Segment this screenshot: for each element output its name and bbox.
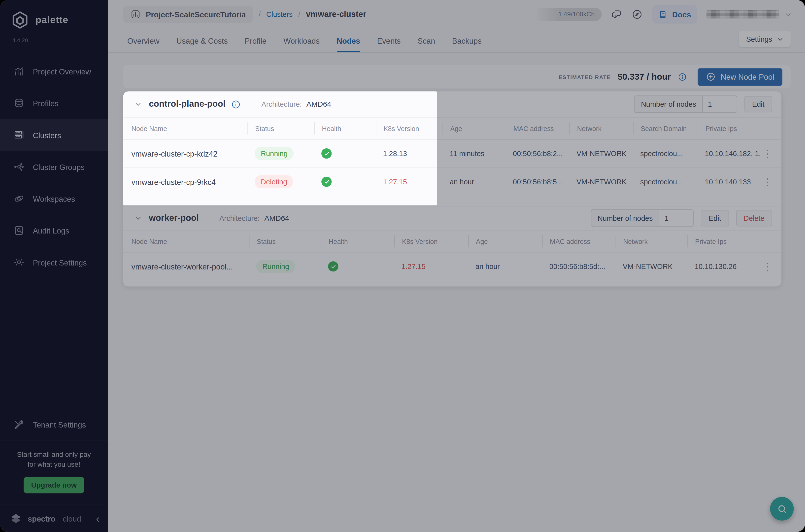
rate-toolbar: ESTIMATED RATE $0.337 / hour New Node Po… (123, 65, 791, 88)
tab-nodes[interactable]: Nodes (337, 29, 360, 52)
server-icon (14, 129, 25, 141)
column-header: K8s Version (394, 235, 468, 248)
settings-button[interactable]: Settings (739, 31, 791, 47)
breadcrumb-project[interactable]: Project-ScaleSecureTutoria (123, 6, 253, 23)
estimated-rate-label: ESTIMATED RATE (559, 74, 611, 80)
upgrade-promo: Start small and only pay for what you us… (0, 440, 108, 493)
sidebar-item-cluster-groups[interactable]: Cluster Groups (0, 151, 108, 183)
usage-quota-pill[interactable]: 1.49/100kCh (535, 8, 602, 21)
sidebar-item-label: Cluster Groups (33, 163, 84, 171)
new-node-pool-button[interactable]: New Node Pool (697, 68, 782, 86)
sidebar-item-tenant-settings[interactable]: Tenant Settings (0, 410, 108, 440)
network: VM-NETWORK (569, 149, 633, 157)
column-header: Age (442, 122, 505, 134)
tab-overview[interactable]: Overview (127, 29, 159, 52)
row-menu-kebab-icon[interactable]: ⋮ (762, 262, 772, 271)
sidebar-item-clusters[interactable]: Clusters (0, 119, 108, 151)
status-badge: Running (256, 260, 295, 273)
sidebar-item-label: Workspaces (33, 194, 75, 203)
tab-scan[interactable]: Scan (418, 29, 435, 52)
breadcrumb-separator: / (258, 10, 261, 18)
breadcrumb-clusters-link[interactable]: Clusters (266, 10, 292, 18)
header-actions: 1.49/100kCh Docs (535, 5, 792, 23)
architecture-value: AMD64 (306, 100, 331, 108)
pool-name: worker-pool (149, 213, 199, 223)
compass-icon[interactable] (632, 9, 643, 20)
app-stage: palette 4.4.20 Project Overview Profiles… (0, 0, 805, 532)
sidebar-item-profiles[interactable]: Profiles (0, 87, 108, 119)
sidebar-item-project-overview[interactable]: Project Overview (0, 55, 108, 87)
health-check-icon (321, 177, 331, 187)
status-badge: Running (255, 147, 294, 160)
number-of-nodes-label: Number of nodes (591, 210, 659, 226)
k8s-version: 1.28.13 (376, 149, 442, 157)
upgrade-now-button[interactable]: Upgrade now (23, 477, 84, 493)
palette-logo-icon (10, 10, 30, 30)
rate-info-icon[interactable] (677, 72, 687, 81)
column-header: Network (616, 235, 688, 248)
tab-backups[interactable]: Backups (452, 29, 482, 52)
node-name: vmware-cluster-worker-pool... (123, 262, 249, 271)
gear-icon (14, 256, 25, 268)
tab-workloads[interactable]: Workloads (283, 29, 320, 52)
user-name-redacted (707, 10, 780, 18)
sidebar-item-label: Profiles (33, 99, 59, 108)
support-search-fab[interactable] (770, 497, 793, 520)
edit-pool-button[interactable]: Edit (701, 210, 729, 226)
number-of-nodes-input[interactable]: 1 (703, 96, 737, 112)
sidebar-item-label: Audit Logs (33, 226, 69, 235)
collapse-chevron-icon[interactable] (134, 101, 142, 108)
collapse-chevron-icon[interactable] (134, 215, 142, 222)
sidebar-item-workspaces[interactable]: Workspaces (0, 183, 108, 215)
column-header: Age (468, 235, 542, 248)
mac-address: 00:50:56:b8:5... (506, 178, 570, 186)
pool-name: control-plane-pool (149, 99, 226, 109)
sidebar-collapse-icon[interactable]: ‹ (96, 513, 99, 524)
project-chart-icon (130, 9, 140, 19)
estimated-rate-value: $0.337 / hour (618, 72, 671, 82)
delete-pool-button[interactable]: Delete (736, 210, 772, 226)
row-menu-kebab-icon[interactable]: ⋮ (762, 149, 772, 158)
sidebar-item-project-settings[interactable]: Project Settings (0, 246, 108, 278)
sidebar-item-label: Tenant Settings (33, 421, 86, 429)
doc-search-icon (14, 225, 25, 236)
settings-label: Settings (746, 35, 772, 43)
user-menu[interactable] (707, 10, 791, 18)
pool-actions: Number of nodes 1 Edit (634, 96, 772, 113)
architecture-value: AMD64 (264, 214, 289, 222)
pool-info-icon[interactable] (231, 99, 241, 109)
chevron-down-icon (777, 36, 783, 42)
edit-pool-button[interactable]: Edit (745, 96, 772, 112)
row-actions: ⋮ (752, 262, 782, 271)
main-content: Project-ScaleSecureTutoria / Clusters / … (108, 0, 805, 532)
tab-usage-costs[interactable]: Usage & Costs (176, 29, 228, 52)
node-name: vmware-cluster-cp-kdz42 (123, 149, 248, 158)
tab-events[interactable]: Events (377, 29, 401, 52)
status-cell: Deleting (247, 175, 314, 188)
promo-line-2: for what you use! (6, 460, 102, 470)
column-header: Node Name (123, 235, 249, 248)
row-actions: ⋮ (760, 177, 782, 187)
column-header: Private Ips (687, 235, 752, 248)
age: an hour (468, 262, 542, 270)
book-icon (658, 10, 668, 19)
pool-actions: Number of nodes 1 Edit Delete (591, 209, 772, 227)
health-cell (314, 148, 376, 158)
sidebar-item-audit-logs[interactable]: Audit Logs (0, 215, 108, 246)
docs-button[interactable]: Docs (652, 5, 697, 23)
node-name: vmware-cluster-cp-9rkc4 (123, 177, 248, 186)
sidebar-item-label: Project Settings (33, 258, 87, 267)
table-header: Node Name Status Health K8s Version Age … (123, 230, 782, 253)
row-menu-kebab-icon[interactable]: ⋮ (762, 177, 772, 187)
k8s-version: 1.27.15 (376, 178, 442, 186)
mac-address: 00:50:56:b8:5d:... (542, 262, 616, 270)
column-header: Status (247, 122, 314, 134)
architecture-label: Architecture: (219, 214, 260, 222)
health-check-icon (321, 148, 331, 158)
app-version: 4.4.20 (0, 31, 108, 43)
network: VM-NETWORK (569, 178, 633, 186)
number-of-nodes-input[interactable]: 1 (659, 210, 693, 226)
chat-icon[interactable] (611, 9, 622, 20)
brand: palette (0, 0, 108, 31)
tab-profile[interactable]: Profile (245, 29, 267, 52)
